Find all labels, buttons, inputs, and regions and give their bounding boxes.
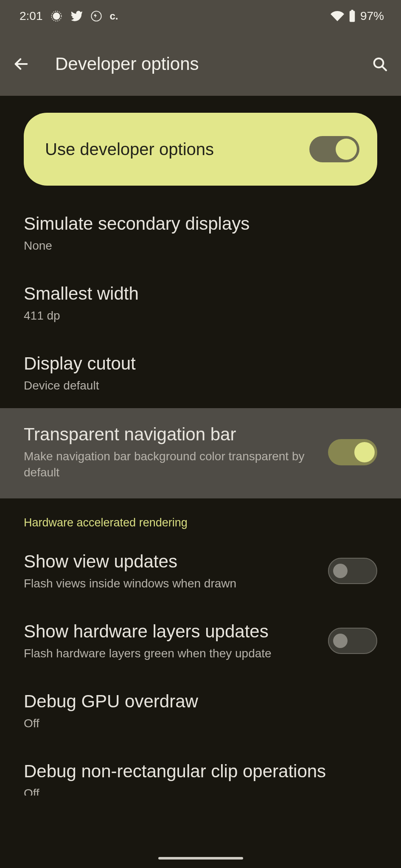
gesture-nav-handle[interactable] bbox=[158, 857, 243, 860]
signal-app-icon bbox=[50, 10, 62, 22]
battery-icon bbox=[348, 10, 356, 22]
setting-subtitle: 411 dp bbox=[24, 308, 377, 324]
setting-subtitle: Flash hardware layers green when they up… bbox=[24, 645, 320, 662]
svg-line-7 bbox=[382, 66, 386, 70]
app-bar: Developer options bbox=[0, 32, 401, 96]
master-toggle-label: Use developer options bbox=[45, 140, 214, 159]
master-toggle-card[interactable]: Use developer options bbox=[24, 113, 377, 186]
setting-subtitle: Make navigation bar background color tra… bbox=[24, 448, 320, 481]
setting-subtitle: Flash views inside windows when drawn bbox=[24, 576, 320, 592]
switch-knob bbox=[333, 634, 348, 648]
switch-knob bbox=[354, 442, 375, 462]
toggle-show-view-updates[interactable] bbox=[328, 558, 377, 584]
setting-title: Display cutout bbox=[24, 353, 377, 374]
setting-title: Show hardware layers updates bbox=[24, 620, 320, 642]
setting-transparent-navigation-bar[interactable]: Transparent navigation bar Make navigati… bbox=[0, 408, 401, 498]
switch-knob bbox=[336, 139, 357, 160]
battery-percent: 97% bbox=[360, 9, 384, 23]
setting-subtitle: Device default bbox=[24, 378, 377, 394]
svg-rect-4 bbox=[351, 10, 353, 11]
switch-knob bbox=[333, 564, 348, 578]
setting-debug-nonrect-clip[interactable]: Debug non-rectangular clip operations Of… bbox=[0, 746, 401, 796]
setting-title: Transparent navigation bar bbox=[24, 423, 320, 445]
toggle-transparent-nav[interactable] bbox=[328, 439, 377, 465]
setting-show-view-updates[interactable]: Show view updates Flash views inside win… bbox=[0, 536, 401, 606]
svg-point-2 bbox=[91, 11, 101, 21]
setting-title: Smallest width bbox=[24, 283, 377, 304]
setting-title: Debug non-rectangular clip operations bbox=[24, 760, 377, 782]
page-title: Developer options bbox=[55, 54, 346, 74]
setting-smallest-width[interactable]: Smallest width 411 dp bbox=[0, 268, 401, 338]
twitter-icon bbox=[70, 10, 83, 22]
svg-point-1 bbox=[53, 13, 60, 20]
sync-icon bbox=[90, 10, 102, 22]
setting-show-hardware-layers-updates[interactable]: Show hardware layers updates Flash hardw… bbox=[0, 606, 401, 676]
setting-title: Simulate secondary displays bbox=[24, 213, 377, 234]
wifi-icon bbox=[331, 9, 344, 23]
setting-subtitle: None bbox=[24, 238, 377, 254]
setting-display-cutout[interactable]: Display cutout Device default bbox=[0, 338, 401, 408]
status-time: 2:01 bbox=[20, 9, 43, 23]
setting-subtitle: Off bbox=[24, 785, 377, 796]
search-button[interactable] bbox=[367, 51, 393, 77]
setting-debug-gpu-overdraw[interactable]: Debug GPU overdraw Off bbox=[0, 676, 401, 746]
setting-subtitle: Off bbox=[24, 715, 377, 732]
section-header-hardware-rendering: Hardware accelerated rendering bbox=[0, 498, 401, 536]
toggle-show-hw-layers[interactable] bbox=[328, 628, 377, 654]
back-button[interactable] bbox=[8, 51, 34, 77]
setting-title: Show view updates bbox=[24, 551, 320, 572]
master-toggle-switch[interactable] bbox=[309, 136, 359, 162]
status-bar: 2:01 c. 97% bbox=[0, 0, 401, 32]
setting-title: Debug GPU overdraw bbox=[24, 690, 377, 712]
setting-simulate-secondary-displays[interactable]: Simulate secondary displays None bbox=[0, 198, 401, 268]
svg-rect-3 bbox=[350, 11, 355, 22]
notification-label: c. bbox=[110, 10, 118, 22]
